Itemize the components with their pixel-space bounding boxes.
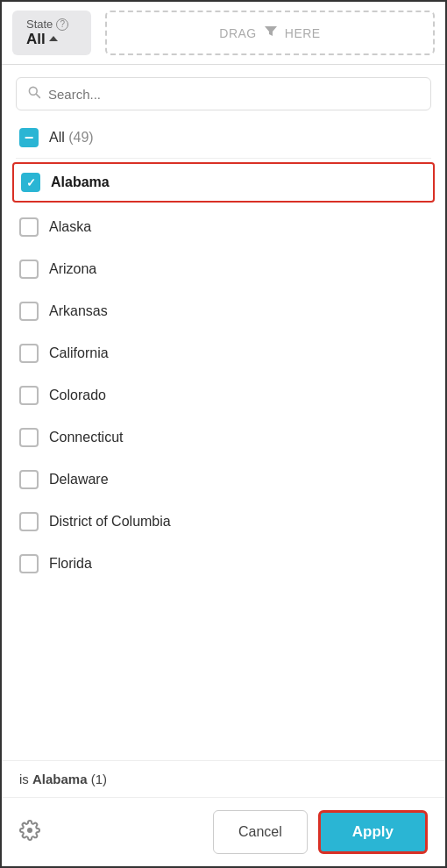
connecticut-list-item[interactable]: Connecticut [16,416,431,459]
filter-count: (1) [91,772,107,786]
colorado-label: Colorado [49,388,106,403]
connecticut-checkbox[interactable] [19,428,39,447]
filter-summary: is Alabama (1) [2,760,445,797]
bottom-bar: Cancel Apply [2,797,445,866]
all-list-item[interactable]: − All (49) [16,119,431,159]
state-text: State [26,18,53,31]
alabama-label: Alabama [51,174,110,190]
dc-label: District of Columbia [49,514,171,530]
florida-label: Florida [49,556,92,572]
colorado-list-item[interactable]: Colorado [16,374,431,416]
cancel-button[interactable]: Cancel [213,810,308,854]
filter-value: Alabama [32,772,88,786]
florida-list-item[interactable]: Florida [16,543,431,585]
filter-prefix: is [19,772,29,786]
all-checkbox[interactable]: − [19,128,39,147]
arkansas-checkbox[interactable] [19,302,39,321]
header: State ? All DRAG HERE [2,2,445,65]
help-icon[interactable]: ? [56,18,68,31]
all-label: All (49) [49,130,94,146]
minus-icon: − [25,130,34,146]
bottom-actions: Cancel Apply [213,810,428,854]
drag-filter-area[interactable]: DRAG HERE [105,11,435,55]
arizona-checkbox[interactable] [19,260,39,279]
search-input[interactable] [48,87,420,102]
delaware-list-item[interactable]: Delaware [16,459,431,501]
arizona-label: Arizona [49,261,96,277]
dc-checkbox[interactable] [19,512,39,531]
gear-icon [19,820,40,841]
state-filter-button[interactable]: State ? All [12,11,91,55]
apply-button[interactable]: Apply [318,810,428,854]
state-label: State ? [26,18,77,31]
here-text: HERE [285,26,321,40]
dc-list-item[interactable]: District of Columbia [16,501,431,543]
connecticut-label: Connecticut [49,430,124,445]
svg-line-1 [36,94,39,97]
arizona-list-item[interactable]: Arizona [16,248,431,290]
alaska-list-item[interactable]: Alaska [16,206,431,248]
florida-checkbox[interactable] [19,554,39,573]
search-wrapper [16,77,431,110]
state-value-text: All [26,31,46,48]
alaska-checkbox[interactable] [19,217,39,237]
california-checkbox[interactable] [19,344,39,363]
california-list-item[interactable]: California [16,332,431,374]
settings-button[interactable] [19,820,40,844]
search-container [2,65,445,119]
alabama-list-item[interactable]: ✓ Alabama [12,162,435,203]
search-icon [27,85,41,103]
arkansas-list-item[interactable]: Arkansas [16,290,431,332]
colorado-checkbox[interactable] [19,386,39,405]
state-list: − All (49) ✓ Alabama Alaska Arizona Arka… [2,119,445,760]
checkmark-icon: ✓ [26,176,36,189]
state-value: All [26,31,77,48]
drag-text: DRAG [219,26,256,40]
filter-icon [264,25,278,41]
alaska-label: Alaska [49,219,91,235]
chevron-up-icon [49,36,58,41]
california-label: California [49,345,109,361]
arkansas-label: Arkansas [49,303,108,319]
alabama-checkbox[interactable]: ✓ [21,173,40,192]
delaware-label: Delaware [49,472,109,487]
delaware-checkbox[interactable] [19,470,39,489]
